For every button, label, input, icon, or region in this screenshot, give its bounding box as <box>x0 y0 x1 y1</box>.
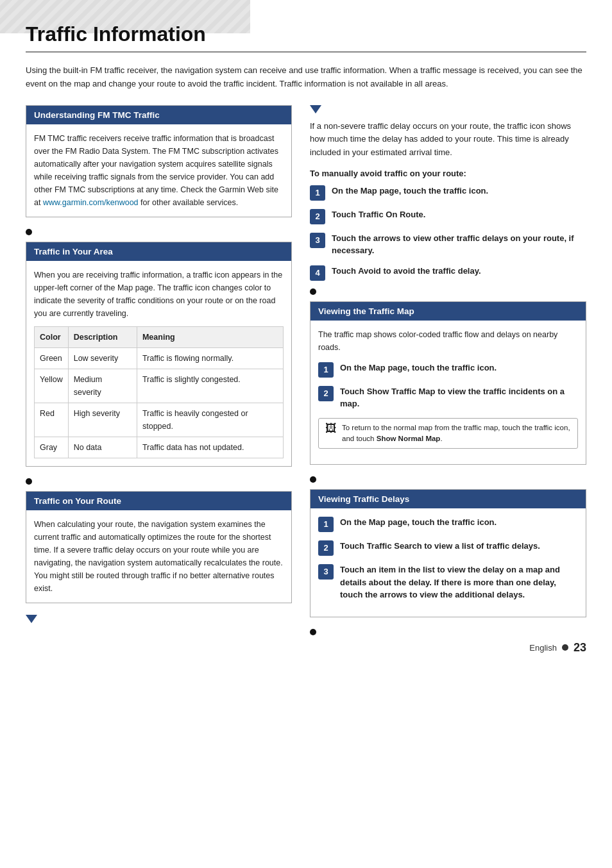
table-header-color: Color <box>35 326 69 347</box>
section-traffic-area-header: Traffic in Your Area <box>26 242 291 261</box>
step-text: Touch an item in the list to view the de… <box>340 563 578 601</box>
section-fm-tmc-content: FM TMC traffic receivers receive traffic… <box>26 124 291 217</box>
dot-marker-5 <box>310 629 316 635</box>
traffic-area-body: When you are receiving traffic informati… <box>34 269 284 320</box>
right-intro-text: If a non-severe traffic delay occurs on … <box>310 120 586 160</box>
step-text: On the Map page, touch the traffic icon. <box>340 516 497 529</box>
table-row: YellowMedium severityTraffic is slightly… <box>35 369 284 403</box>
table-cell: High severity <box>68 403 137 437</box>
footer-page-number: 23 <box>574 641 586 655</box>
table-cell: Traffic data has not updated. <box>137 437 283 458</box>
step-text: Touch Avoid to avoid the traffic delay. <box>332 265 481 278</box>
left-col-bottom-arrow <box>26 615 292 623</box>
intro-paragraph: Using the built-in FM traffic receiver, … <box>26 64 586 91</box>
section-traffic-route-header: Traffic on Your Route <box>26 492 291 510</box>
manual-avoid-steps: 1On the Map page, touch the traffic icon… <box>310 185 586 281</box>
section-fm-tmc: Understanding FM TMC Traffic FM TMC traf… <box>26 105 292 217</box>
section-traffic-route: Traffic on Your Route When calculating y… <box>26 491 292 603</box>
step-text: Touch Show Traffic Map to view the traff… <box>340 385 578 410</box>
table-cell: Green <box>35 347 69 369</box>
step-number: 1 <box>310 185 325 201</box>
step-item: 2Touch Traffic Search to view a list of … <box>318 540 578 556</box>
step-item: 4Touch Avoid to avoid the traffic delay. <box>310 265 586 281</box>
step-item: 3Touch the arrows to view other traffic … <box>310 232 586 257</box>
step-number: 3 <box>310 233 325 248</box>
fm-tmc-body-before: FM TMC traffic receivers receive traffic… <box>34 134 278 207</box>
section-traffic-map-content: The traffic map shows color-coded traffi… <box>310 321 586 465</box>
dot-marker-2 <box>26 478 32 485</box>
step-item: 1On the Map page, touch the traffic icon… <box>318 516 578 532</box>
traffic-color-table: Color Description Meaning GreenLow sever… <box>34 326 284 458</box>
step-number: 3 <box>318 564 334 580</box>
page: Traffic Information Using the built-in F… <box>0 0 612 667</box>
step-number: 2 <box>318 540 334 556</box>
table-header-meaning: Meaning <box>137 326 283 347</box>
section-traffic-delays: Viewing Traffic Delays 1On the Map page,… <box>310 489 586 617</box>
garmin-link[interactable]: www.garmin.com/kenwood <box>43 198 139 207</box>
table-cell: Yellow <box>35 369 69 403</box>
step-item: 1On the Map page, touch the traffic icon… <box>310 185 586 201</box>
step-number: 1 <box>318 517 334 532</box>
section1-end-marker <box>26 229 292 235</box>
arrow-down-icon <box>26 615 37 623</box>
section-delays-end-marker <box>310 629 586 635</box>
step-text: Touch the arrows to view other traffic d… <box>332 232 586 257</box>
right-arrow-down-icon <box>310 105 321 113</box>
page-title: Traffic Information <box>26 19 586 53</box>
note-text: To return to the normal map from the tra… <box>342 422 571 445</box>
table-row: GreenLow severityTraffic is flowing norm… <box>35 347 284 369</box>
section-map-end-marker <box>310 476 586 483</box>
table-cell: Low severity <box>68 347 137 369</box>
step-number: 1 <box>318 362 334 378</box>
main-content: Understanding FM TMC Traffic FM TMC traf… <box>26 105 586 642</box>
dot-marker-3 <box>310 288 316 295</box>
step-text: On the Map page, touch the traffic icon. <box>340 362 497 374</box>
section-traffic-delays-content: 1On the Map page, touch the traffic icon… <box>310 508 586 617</box>
section-traffic-map: Viewing the Traffic Map The traffic map … <box>310 301 586 465</box>
step-item: 2Touch Show Traffic Map to view the traf… <box>318 385 578 410</box>
step-number: 2 <box>310 209 325 224</box>
footer-language: English <box>529 643 557 653</box>
table-cell: Medium severity <box>68 369 137 403</box>
table-cell: Red <box>35 403 69 437</box>
fm-tmc-body-after: for other available services. <box>139 198 239 207</box>
traffic-route-body: When calculating your route, the navigat… <box>34 518 284 595</box>
step-item: 3Touch an item in the list to view the d… <box>318 563 578 601</box>
step-number: 2 <box>318 386 334 401</box>
table-cell: Traffic is slightly congested. <box>137 369 283 403</box>
note-box: 🖼 To return to the normal map from the t… <box>318 418 578 449</box>
step-item: 2Touch Traffic On Route. <box>310 208 586 224</box>
table-cell: No data <box>68 437 137 458</box>
section-traffic-area-content: When you are receiving traffic informati… <box>26 261 291 466</box>
table-cell: Traffic is heavily congested or stopped. <box>137 403 283 437</box>
page-header: Traffic Information <box>26 19 586 53</box>
note-icon: 🖼 <box>325 422 337 434</box>
dot-marker-1 <box>26 229 32 235</box>
section-traffic-delays-header: Viewing Traffic Delays <box>310 490 586 508</box>
step-text: On the Map page, touch the traffic icon. <box>332 185 488 197</box>
dot-marker-4 <box>310 476 316 483</box>
table-row: GrayNo dataTraffic data has not updated. <box>35 437 284 458</box>
step-text: Touch Traffic On Route. <box>332 208 425 221</box>
table-header-description: Description <box>68 326 137 347</box>
step-number: 4 <box>310 265 325 281</box>
section2-end-marker <box>26 478 292 485</box>
table-row: RedHigh severityTraffic is heavily conge… <box>35 403 284 437</box>
section-traffic-area: Traffic in Your Area When you are receiv… <box>26 242 292 467</box>
left-column: Understanding FM TMC Traffic FM TMC traf… <box>26 105 292 623</box>
traffic-delay-steps: 1On the Map page, touch the traffic icon… <box>318 516 578 601</box>
right-column: If a non-severe traffic delay occurs on … <box>310 105 586 642</box>
traffic-map-body: The traffic map shows color-coded traffi… <box>318 328 578 354</box>
section-traffic-route-content: When calculating your route, the navigat… <box>26 510 291 603</box>
step-text: Touch Traffic Search to view a list of t… <box>340 540 540 553</box>
section-fm-tmc-header: Understanding FM TMC Traffic <box>26 106 291 124</box>
right-col-top-arrow <box>310 105 586 113</box>
traffic-map-steps: 1On the Map page, touch the traffic icon… <box>318 362 578 410</box>
footer-dot-icon <box>562 644 568 651</box>
page-footer: English 23 <box>529 641 586 655</box>
step-item: 1On the Map page, touch the traffic icon… <box>318 362 578 378</box>
table-cell: Gray <box>35 437 69 458</box>
table-cell: Traffic is flowing normally. <box>137 347 283 369</box>
section-traffic-map-header: Viewing the Traffic Map <box>310 302 586 321</box>
manual-avoid-heading: To manually avoid traffic on your route: <box>310 169 586 178</box>
